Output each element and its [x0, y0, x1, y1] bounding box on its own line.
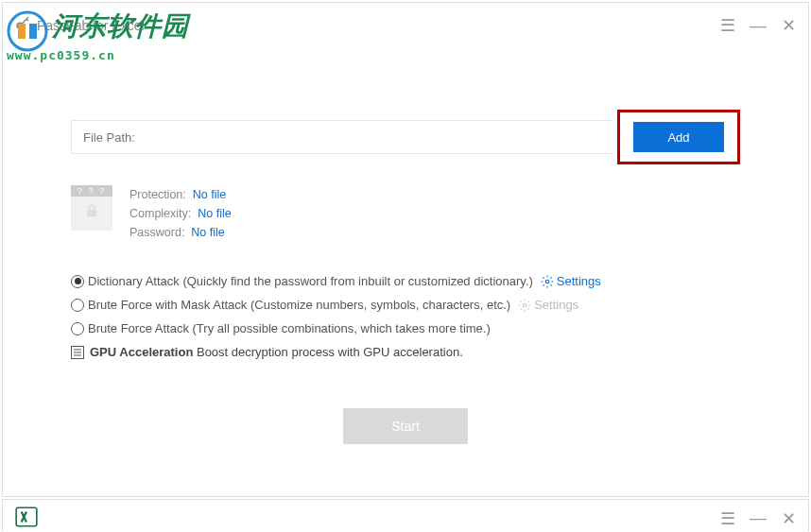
minimize-button[interactable]: —: [750, 16, 767, 36]
option-mask-label: Brute Force with Mask Attack (Customize …: [88, 298, 510, 312]
close-button[interactable]: ✕: [780, 15, 797, 36]
option-mask[interactable]: Brute Force with Mask Attack (Customize …: [71, 298, 740, 312]
radio-brute[interactable]: [71, 322, 84, 335]
gpu-acceleration-row[interactable]: GPU Acceleration Boost decryption proces…: [71, 345, 740, 359]
gear-icon: [541, 275, 554, 288]
start-wrap: Start: [71, 408, 740, 444]
protection-row: Protection: No file: [129, 185, 232, 204]
titlebar: PassFab for Excel ☰ — ✕: [3, 3, 808, 48]
svg-point-6: [523, 303, 526, 307]
window-controls: ☰ — ✕: [719, 15, 797, 36]
gpu-label: GPU Acceleration Boost decryption proces…: [90, 345, 463, 359]
file-info-block: ? ? ? Protection: No file Complexity: No…: [71, 185, 740, 242]
settings-link-dictionary[interactable]: Settings: [541, 274, 601, 288]
list-icon: [73, 348, 82, 357]
lock-icon: [84, 202, 99, 224]
key-icon: [14, 15, 31, 36]
excel-icon: [14, 505, 39, 533]
menu-icon[interactable]: ☰: [719, 15, 736, 36]
attack-options: Dictionary Attack (Quickly find the pass…: [71, 274, 740, 359]
file-path-row: File Path: Add: [71, 110, 740, 164]
minimize-button-2[interactable]: —: [750, 508, 767, 528]
close-button-2[interactable]: ✕: [780, 508, 797, 529]
svg-rect-7: [16, 507, 37, 526]
app-title: PassFab for Excel: [37, 18, 145, 33]
file-path-input[interactable]: File Path:: [71, 120, 613, 154]
start-button[interactable]: Start: [343, 408, 468, 444]
content-area: File Path: Add ? ? ? Protection: No file…: [3, 110, 808, 444]
option-brute-label: Brute Force Attack (Try all possible com…: [88, 321, 491, 335]
file-info-lines: Protection: No file Complexity: No file …: [129, 185, 232, 242]
second-window-titlebar: ☰ — ✕: [2, 499, 809, 531]
watermark-url: www.pc0359.cn: [7, 48, 189, 62]
main-window: PassFab for Excel ☰ — ✕ 河东软件园 www.pc0359…: [2, 2, 809, 497]
radio-dictionary[interactable]: [71, 275, 84, 288]
option-dictionary-label: Dictionary Attack (Quickly find the pass…: [88, 274, 533, 288]
add-button[interactable]: Add: [633, 122, 724, 152]
option-dictionary[interactable]: Dictionary Attack (Quickly find the pass…: [71, 274, 740, 288]
menu-icon-2[interactable]: ☰: [719, 508, 736, 529]
svg-point-5: [545, 280, 549, 283]
window-controls-2: ☰ — ✕: [719, 508, 797, 529]
gpu-checkbox[interactable]: [71, 346, 84, 359]
title-left: PassFab for Excel: [14, 15, 145, 36]
svg-rect-4: [87, 210, 95, 216]
password-row: Password: No file: [129, 223, 232, 242]
gear-icon: [518, 299, 531, 312]
option-brute[interactable]: Brute Force Attack (Try all possible com…: [71, 321, 740, 335]
svg-point-0: [17, 23, 23, 28]
question-marks: ? ? ?: [71, 185, 112, 197]
complexity-row: Complexity: No file: [129, 204, 232, 223]
add-button-highlight: Add: [617, 110, 740, 164]
file-path-label: File Path:: [83, 130, 135, 145]
radio-mask[interactable]: [71, 299, 84, 312]
settings-link-mask: Settings: [518, 298, 578, 312]
lock-preview: ? ? ?: [71, 185, 112, 231]
